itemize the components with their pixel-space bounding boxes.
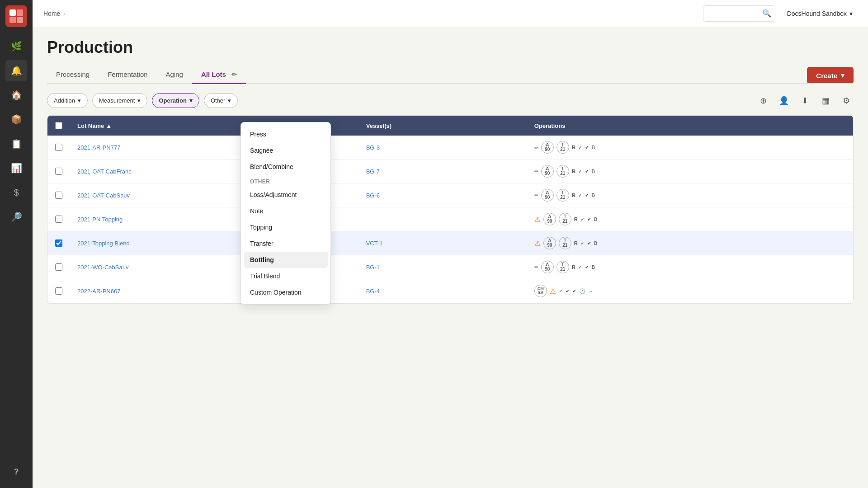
sidebar-item-home[interactable]: 🏠 — [5, 84, 27, 106]
edit-op-icon[interactable]: ✏ — [534, 192, 538, 198]
arrow-op-icon[interactable]: → — [588, 288, 593, 294]
sidebar-item-search[interactable]: 🔎 — [5, 206, 27, 228]
filter-addition[interactable]: Addition ▾ — [47, 93, 88, 108]
row-checkbox[interactable] — [55, 263, 62, 271]
check2-op-icon[interactable]: ✔ — [587, 216, 591, 222]
check2-op-icon[interactable]: ✔ — [585, 169, 589, 174]
edit-op-icon[interactable]: ✏ — [534, 169, 538, 174]
dropdown-item-press[interactable]: Press — [241, 126, 330, 142]
b-op-icon[interactable]: B — [592, 169, 595, 174]
edit-op-icon[interactable]: ✏ — [534, 264, 538, 270]
task-op-icon[interactable]: T21 — [557, 141, 569, 154]
vessel-link[interactable]: BG-3 — [366, 144, 380, 151]
check1-op-icon[interactable]: ✓ — [578, 264, 582, 270]
sidebar-item-checklist[interactable]: 📋 — [5, 133, 27, 155]
task-op-icon[interactable]: T21 — [557, 261, 569, 273]
check3-op-icon[interactable]: ✔ — [572, 288, 576, 294]
check1-op-icon[interactable]: ✓ — [578, 145, 582, 150]
select-all-checkbox[interactable] — [55, 122, 62, 129]
check2-op-icon[interactable]: ✔ — [587, 240, 591, 246]
app-logo[interactable] — [5, 5, 27, 27]
vessel-link[interactable]: BG-7 — [366, 168, 380, 175]
lot-name-link[interactable]: 2021-Topping Blend — [77, 240, 130, 247]
breadcrumb-home[interactable]: Home — [43, 10, 60, 17]
filter-operation[interactable]: Operation ▾ — [152, 93, 199, 108]
record-op-icon[interactable]: R — [572, 169, 576, 174]
b-op-icon[interactable]: B — [592, 145, 595, 150]
lot-name-link[interactable]: 2022-AR-PN667 — [77, 288, 120, 295]
clock-op-icon[interactable]: 🕐 — [579, 288, 585, 294]
row-checkbox[interactable] — [55, 287, 62, 295]
tab-all-lots[interactable]: All Lots ✏ — [192, 66, 246, 84]
cm-op-icon[interactable]: CM0.5 — [534, 285, 547, 297]
tab-processing[interactable]: Processing — [47, 66, 99, 84]
row-checkbox[interactable] — [55, 144, 62, 151]
record-op-icon[interactable]: R — [572, 145, 576, 150]
global-search-box[interactable]: 🔍 — [703, 5, 775, 22]
record-op-icon[interactable]: R — [572, 264, 576, 270]
task-op-icon[interactable]: T21 — [559, 237, 571, 249]
dropdown-item-blend-combine[interactable]: Blend/Combine — [241, 159, 330, 175]
row-checkbox[interactable] — [55, 168, 62, 175]
download-button[interactable]: ⬇ — [797, 94, 812, 108]
dropdown-item-note[interactable]: Note — [241, 203, 330, 219]
check1-op-icon[interactable]: ✓ — [578, 169, 582, 174]
analysis-op-icon[interactable]: A90 — [543, 237, 556, 249]
check1-op-icon[interactable]: ✓ — [580, 216, 585, 222]
task-op-icon[interactable]: T21 — [557, 165, 569, 178]
lot-name-link[interactable]: 2021-AR-PN777 — [77, 144, 120, 151]
b-op-icon[interactable]: B — [594, 240, 597, 246]
filter-other[interactable]: Other ▾ — [204, 93, 238, 108]
vessel-link[interactable]: BG-6 — [366, 192, 380, 199]
dropdown-item-custom-operation[interactable]: Custom Operation — [241, 284, 330, 300]
lot-name-link[interactable]: 2021-PN Topping — [77, 216, 123, 223]
sidebar-item-dollar[interactable]: $ — [5, 182, 27, 203]
check2-op-icon[interactable]: ✔ — [566, 288, 570, 294]
user-filter-button[interactable]: 👤 — [777, 94, 791, 108]
check1-op-icon[interactable]: ✓ — [559, 288, 563, 294]
dropdown-item-saignee[interactable]: Saignée — [241, 142, 330, 159]
lot-name-link[interactable]: 2021-WO-CabSauv — [77, 264, 128, 271]
tab-edit-icon[interactable]: ✏ — [231, 71, 237, 78]
sidebar-item-leaf[interactable]: 🌿 — [5, 35, 27, 57]
analysis-op-icon[interactable]: A90 — [541, 189, 554, 202]
task-op-icon[interactable]: T21 — [559, 213, 571, 225]
check1-op-icon[interactable]: ✓ — [580, 240, 585, 246]
th-operations[interactable]: Operations — [527, 116, 853, 136]
dropdown-item-transfer[interactable]: Transfer — [241, 235, 330, 252]
sidebar-item-help[interactable]: ? — [5, 461, 27, 483]
check1-op-icon[interactable]: ✓ — [578, 192, 582, 198]
vessel-link[interactable]: VCT-1 — [366, 240, 383, 247]
search-filter-button[interactable]: ⊕ — [756, 94, 770, 108]
filter-measurement[interactable]: Measurement ▾ — [92, 93, 147, 108]
dropdown-item-bottling[interactable]: Bottling — [244, 252, 328, 268]
th-vessels[interactable]: Vessel(s) — [359, 116, 527, 136]
org-selector[interactable]: DocsHound Sandbox ▾ — [783, 7, 857, 20]
lot-name-link[interactable]: 2021-OAT-CabFranc — [77, 168, 132, 175]
analysis-op-icon[interactable]: A90 — [543, 213, 556, 225]
record-op-icon[interactable]: R — [572, 192, 576, 198]
edit-op-icon[interactable]: ✏ — [534, 145, 538, 151]
dropdown-item-trial-blend[interactable]: Trial Blend — [241, 268, 330, 284]
b-op-icon[interactable]: B — [592, 264, 595, 270]
record-op-icon[interactable]: R — [574, 216, 578, 222]
vessel-link[interactable]: BG-4 — [366, 288, 380, 295]
record-op-icon[interactable]: R — [574, 240, 578, 246]
vessel-link[interactable]: BG-1 — [366, 264, 380, 271]
check2-op-icon[interactable]: ✔ — [585, 145, 589, 150]
analysis-op-icon[interactable]: A90 — [541, 141, 554, 154]
check2-op-icon[interactable]: ✔ — [585, 264, 589, 270]
b-op-icon[interactable]: B — [592, 192, 595, 198]
lot-name-link[interactable]: 2021-OAT-CabSauv — [77, 192, 130, 199]
sidebar-item-bell[interactable]: 🔔 — [5, 60, 27, 81]
check2-op-icon[interactable]: ✔ — [585, 192, 589, 198]
dropdown-item-loss-adjustment[interactable]: Loss/Adjustment — [241, 187, 330, 203]
task-op-icon[interactable]: T21 — [557, 189, 569, 202]
tab-fermentation[interactable]: Fermentation — [99, 66, 156, 84]
tab-aging[interactable]: Aging — [157, 66, 192, 84]
b-op-icon[interactable]: B — [594, 216, 597, 222]
row-checkbox[interactable] — [55, 239, 62, 247]
dropdown-item-topping[interactable]: Topping — [241, 219, 330, 235]
analysis-op-icon[interactable]: A90 — [541, 165, 554, 178]
row-checkbox[interactable] — [55, 192, 62, 199]
